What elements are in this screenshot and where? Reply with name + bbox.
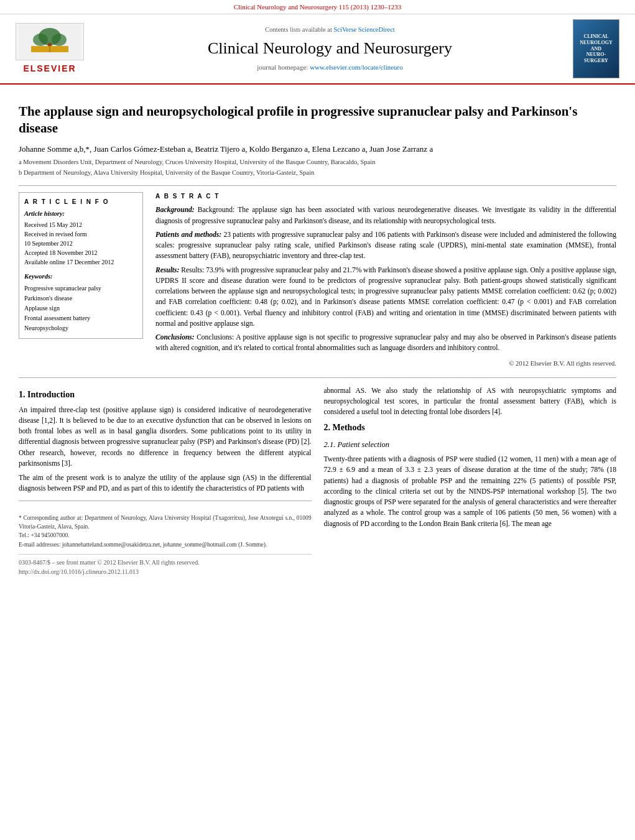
journal-name: Clinical Neurology and Neurosurgery [93, 37, 567, 60]
history-item-3: Accepted 18 November 2012 [24, 248, 137, 257]
svg-point-3 [52, 34, 67, 46]
patients-text: 23 patients with progressive supranuclea… [155, 231, 616, 260]
journal-citation-bar: Clinical Neurology and Neurosurgery 115 … [0, 0, 635, 14]
journal-cover-title-text: CLINICAL NEUROLOGY AND NEURO- SURGERY [580, 34, 612, 63]
conclusions-text: Conclusions: A positive applause sign is… [155, 333, 616, 351]
intro-para-1: An impaired three-clap test (positive ap… [19, 405, 312, 469]
keyword-2: Applause sign [24, 303, 137, 313]
abstract-patients-methods: Patients and methods: 23 patients with p… [155, 229, 616, 262]
svg-point-2 [33, 34, 48, 46]
sciverse-link[interactable]: SciVerse ScienceDirect [333, 26, 394, 33]
section-1-heading: 1. Introduction [19, 388, 312, 401]
intro-para-2: The aim of the present work is to analyz… [19, 473, 312, 494]
article-info-abstract-row: A R T I C L E I N F O Article history: R… [19, 192, 616, 368]
article-body: 1. Introduction An impaired three-clap t… [19, 377, 616, 576]
body-left-col: 1. Introduction An impaired three-clap t… [19, 385, 312, 576]
footer-bottom: 0303-8467/$ – see front matter © 2012 El… [19, 554, 312, 576]
abstract-results: Results: Results: 73.9% with progressive… [155, 265, 616, 330]
elsevier-logo-image [16, 23, 84, 60]
background-label: Background: [155, 206, 198, 213]
patients-label: Patients and methods: [155, 231, 223, 238]
methods-para-1: Twenty-three patients with a diagnosis o… [324, 454, 617, 529]
journal-homepage-line: journal homepage: www.elsevier.com/locat… [93, 63, 567, 73]
footnote-content: Corresponding author at: Department of N… [19, 515, 312, 548]
abstract-background: Background: Background: The applause sig… [155, 205, 616, 226]
conclusions-label: Conclusions: [155, 333, 197, 341]
section-2-heading: 2. Methods [324, 421, 617, 434]
footnote-area: * Corresponding author at: Department of… [19, 501, 312, 549]
keyword-1: Parkinson's disease [24, 293, 137, 303]
journal-cover-thumbnail: CLINICAL NEUROLOGY AND NEURO- SURGERY [573, 19, 619, 78]
journal-title-area: Contents lists available at SciVerse Sci… [93, 25, 567, 73]
elsevier-logo: ELSEVIER [12, 23, 87, 75]
history-item-4: Available online 17 December 2012 [24, 257, 137, 267]
background-text: Background: The applause sign has been a… [155, 206, 616, 224]
body-right-col: abnormal AS. We also study the relations… [324, 385, 617, 576]
footer-text: 0303-8467/$ – see front matter © 2012 El… [19, 558, 312, 576]
rating-word: rating [274, 241, 291, 249]
history-item-2: 10 September 2012 [24, 239, 137, 248]
results-text: Results: 73.9% with progressive supranuc… [155, 266, 616, 327]
abstract-text-block: Background: Background: The applause sig… [155, 205, 616, 353]
article-info-box: A R T I C L E I N F O Article history: R… [19, 192, 143, 339]
history-item-1: Received in revised form [24, 229, 137, 239]
journal-cover-image: CLINICAL NEUROLOGY AND NEURO- SURGERY [573, 19, 623, 78]
contents-available-line: Contents lists available at SciVerse Sci… [93, 25, 567, 34]
keywords-list: Progressive supranuclear palsy Parkinson… [24, 284, 137, 333]
keywords-label: Keywords: [24, 272, 137, 281]
affiliation-a: a Movement Disorders Unit, Department of… [19, 158, 616, 167]
header-divider [19, 185, 616, 186]
main-content-area: The applause sign and neuropsychological… [0, 85, 635, 589]
keyword-4: Neuropsychology [24, 323, 137, 333]
keyword-0: Progressive supranuclear palsy [24, 284, 137, 293]
results-label: Results: [155, 266, 181, 274]
body-two-col: 1. Introduction An impaired three-clap t… [19, 385, 616, 576]
copyright-line: © 2012 Elsevier B.V. All rights reserved… [155, 359, 616, 368]
elsevier-wordmark: ELSEVIER [23, 62, 76, 75]
history-item-0: Received 15 May 2012 [24, 220, 137, 229]
authors-text: Johanne Somme a,b,*, Juan Carlos Gómez-E… [19, 144, 433, 154]
keyword-3: Frontal assessment battery [24, 313, 137, 323]
article-info-section-title: A R T I C L E I N F O [24, 198, 137, 207]
intro-right-para-1: abnormal AS. We also study the relations… [324, 385, 617, 418]
article-title: The applause sign and neuropsychological… [19, 103, 616, 137]
elsevier-logo-area: ELSEVIER [12, 23, 87, 75]
abstract-section-title: A B S T R A C T [155, 192, 616, 201]
footnote-text: * Corresponding author at: Department of… [19, 505, 312, 549]
history-label: Article history: [24, 209, 137, 218]
article-info-column: A R T I C L E I N F O Article history: R… [19, 192, 143, 368]
authors-line: Johanne Somme a,b,*, Juan Carlos Gómez-E… [19, 144, 616, 155]
affiliations-block: a Movement Disorders Unit, Department of… [19, 158, 616, 177]
section-2-1-heading: 2.1. Patient selection [324, 439, 617, 451]
abstract-column: A B S T R A C T Background: Background: … [155, 192, 616, 368]
abstract-conclusions: Conclusions: Conclusions: A positive app… [155, 332, 616, 354]
homepage-link[interactable]: www.elsevier.com/locate/clineuro [310, 63, 403, 71]
footnote-symbol: * [19, 515, 24, 521]
affiliation-b: b Department of Neurology, Alava Univers… [19, 168, 616, 178]
journal-header: ELSEVIER Contents lists available at Sci… [0, 14, 635, 85]
journal-citation-text: Clinical Neurology and Neurosurgery 115 … [234, 3, 401, 11]
history-items: Received 15 May 2012 Received in revised… [24, 220, 137, 267]
